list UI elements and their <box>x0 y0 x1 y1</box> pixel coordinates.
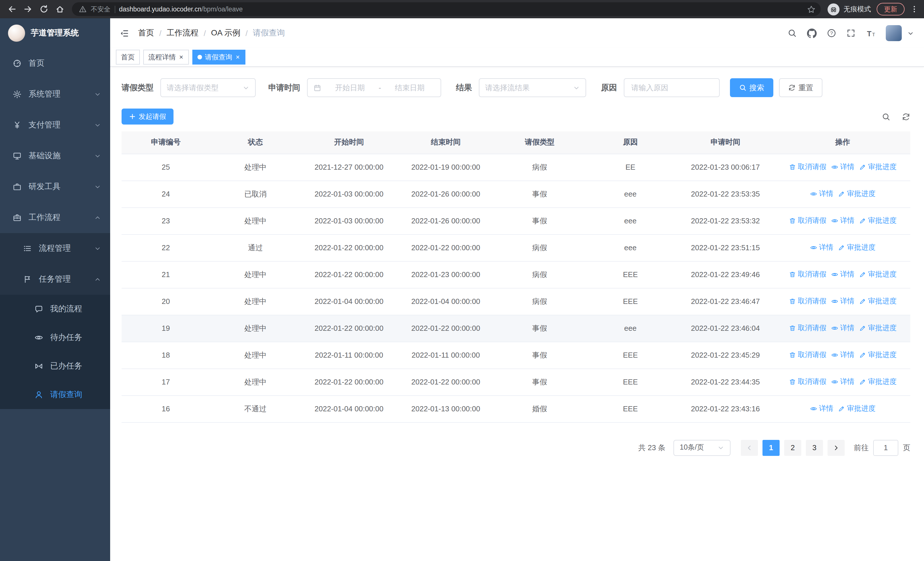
sidebar-item-workflow[interactable]: 工作流程 <box>0 202 110 233</box>
detail-link[interactable]: 详情 <box>810 189 833 199</box>
tab-close-icon[interactable]: × <box>235 54 240 60</box>
detail-link[interactable]: 详情 <box>831 350 854 359</box>
sidebar-item-payment[interactable]: 支付管理 <box>0 110 110 141</box>
tab-process-detail[interactable]: 流程详情× <box>143 50 189 65</box>
approval-progress-link[interactable]: 审批进度 <box>838 404 876 413</box>
column-header-status: 状态 <box>210 131 301 154</box>
caret-down-icon[interactable] <box>908 30 914 36</box>
table-header-row: 申请编号状态开始时间结束时间请假类型原因申请时间操作 <box>122 131 910 154</box>
sidebar-item-home[interactable]: 首页 <box>0 48 110 79</box>
tab-close-icon[interactable]: × <box>178 54 184 60</box>
sidebar-item-infrastructure[interactable]: 基础设施 <box>0 141 110 171</box>
approval-progress-link[interactable]: 审批进度 <box>838 242 876 252</box>
cancel-leave-link[interactable]: 取消请假 <box>789 269 826 279</box>
cancel-leave-link[interactable]: 取消请假 <box>789 350 826 359</box>
cell-actions: 取消请假详情审批进度 <box>775 154 910 180</box>
trash-icon <box>789 297 796 305</box>
goto-page-input[interactable] <box>873 439 898 456</box>
page-button-1[interactable]: 1 <box>762 439 780 456</box>
header-search-icon[interactable] <box>788 29 797 38</box>
browser-forward-button[interactable] <box>21 2 35 17</box>
approval-progress-link[interactable]: 审批进度 <box>838 189 876 199</box>
browser-home-button[interactable] <box>52 2 68 17</box>
detail-link[interactable]: 详情 <box>831 162 854 171</box>
sidebar-item-process-management[interactable]: 流程管理 <box>0 233 110 264</box>
toolbar-search-icon[interactable] <box>882 112 890 121</box>
logo[interactable]: 芋道管理系统 <box>0 18 110 48</box>
approval-progress-link[interactable]: 审批进度 <box>859 269 897 279</box>
detail-link[interactable]: 详情 <box>831 323 854 333</box>
detail-link[interactable]: 详情 <box>810 242 833 252</box>
monitor-icon <box>11 151 23 161</box>
approval-progress-link[interactable]: 审批进度 <box>859 296 897 306</box>
view-icon <box>831 297 838 305</box>
detail-link[interactable]: 详情 <box>831 269 854 279</box>
breadcrumb-item[interactable]: OA 示例 <box>211 28 240 38</box>
github-icon[interactable] <box>807 28 817 38</box>
leave-type-select[interactable]: 请选择请假类型 <box>160 78 256 97</box>
breadcrumb-item[interactable]: 首页 <box>138 28 154 38</box>
sidebar-item-devtools[interactable]: 研发工具 <box>0 171 110 202</box>
toolbar-refresh-icon[interactable] <box>902 112 910 121</box>
security-warning-icon[interactable] <box>79 5 87 13</box>
cell-start-time: 2022-01-22 00:00:00 <box>301 368 397 396</box>
fullscreen-icon[interactable] <box>846 29 855 38</box>
browser-back-button[interactable] <box>4 2 20 17</box>
eye-icon <box>33 333 45 342</box>
sidebar-item-label: 请假查询 <box>50 390 101 400</box>
help-icon[interactable]: ? <box>827 29 836 38</box>
address-bar[interactable]: 不安全 dashboard.yudao.iocoder.cn/bpm/oa/le… <box>72 2 821 16</box>
cell-actions: 取消请假详情审批进度 <box>775 261 910 288</box>
table-row: 24已取消2022-01-03 00:00:002022-01-26 00:00… <box>122 180 910 208</box>
detail-link[interactable]: 详情 <box>831 216 854 226</box>
result-select[interactable]: 请选择流结果 <box>479 78 586 97</box>
approval-progress-link[interactable]: 审批进度 <box>859 377 897 387</box>
page-size-select[interactable]: 10条/页 <box>674 439 730 456</box>
view-icon <box>831 271 838 278</box>
action-label: 详情 <box>819 242 833 252</box>
next-page-button[interactable] <box>828 439 844 456</box>
bookmark-star-icon[interactable] <box>805 3 817 15</box>
approval-progress-link[interactable]: 审批进度 <box>859 323 897 333</box>
create-leave-button[interactable]: 发起请假 <box>122 108 174 125</box>
approval-progress-link[interactable]: 审批进度 <box>859 216 897 226</box>
detail-link[interactable]: 详情 <box>831 296 854 306</box>
browser-reload-button[interactable] <box>36 2 51 17</box>
sidebar-item-task-management[interactable]: 任务管理 <box>0 264 110 295</box>
prev-page-button[interactable] <box>741 439 758 456</box>
reason-input[interactable] <box>624 78 720 97</box>
page-button-3[interactable]: 3 <box>806 439 823 456</box>
user-avatar[interactable] <box>886 25 902 41</box>
page-button-2[interactable]: 2 <box>784 439 801 456</box>
detail-link[interactable]: 详情 <box>810 404 833 413</box>
cell-apply-id: 17 <box>122 368 210 396</box>
reset-button[interactable]: 重置 <box>779 78 822 97</box>
sidebar-item-todo-task[interactable]: 待办任务 <box>0 323 110 352</box>
browser-menu-icon[interactable] <box>910 5 918 13</box>
sidebar-item-leave-query[interactable]: 请假查询 <box>0 381 110 409</box>
sidebar-item-done-task[interactable]: 已办任务 <box>0 352 110 381</box>
cancel-leave-link[interactable]: 取消请假 <box>789 216 826 226</box>
cancel-leave-link[interactable]: 取消请假 <box>789 162 826 171</box>
breadcrumb-separator: / <box>159 29 162 38</box>
cancel-leave-link[interactable]: 取消请假 <box>789 323 826 333</box>
sidebar-collapse-icon[interactable] <box>119 28 129 38</box>
svg-text:?: ? <box>830 30 832 36</box>
browser-update-button[interactable]: 更新 <box>877 3 904 15</box>
approval-progress-link[interactable]: 审批进度 <box>859 350 897 359</box>
table-row: 20处理中2022-01-04 00:00:002022-01-04 00:00… <box>122 288 910 315</box>
search-button[interactable]: 搜索 <box>730 78 773 97</box>
approval-progress-link[interactable]: 审批进度 <box>859 162 897 171</box>
tags-view: 首页流程详情×请假查询× <box>110 48 924 67</box>
tab-leave-query[interactable]: 请假查询× <box>192 50 245 65</box>
tab-home[interactable]: 首页 <box>116 50 140 65</box>
font-size-icon[interactable]: TT <box>866 28 876 38</box>
sidebar-item-system[interactable]: 系统管理 <box>0 79 110 110</box>
apply-time-range-picker[interactable]: 开始日期 - 结束日期 <box>307 78 441 97</box>
breadcrumb-item[interactable]: 工作流程 <box>166 28 199 38</box>
sidebar-item-my-process[interactable]: 我的流程 <box>0 295 110 323</box>
filter-form: 请假类型 请选择请假类型 申请时间 开始日期 - 结束日期 结果 请选择流 <box>122 78 910 97</box>
cancel-leave-link[interactable]: 取消请假 <box>789 377 826 387</box>
cancel-leave-link[interactable]: 取消请假 <box>789 296 826 306</box>
detail-link[interactable]: 详情 <box>831 377 854 387</box>
